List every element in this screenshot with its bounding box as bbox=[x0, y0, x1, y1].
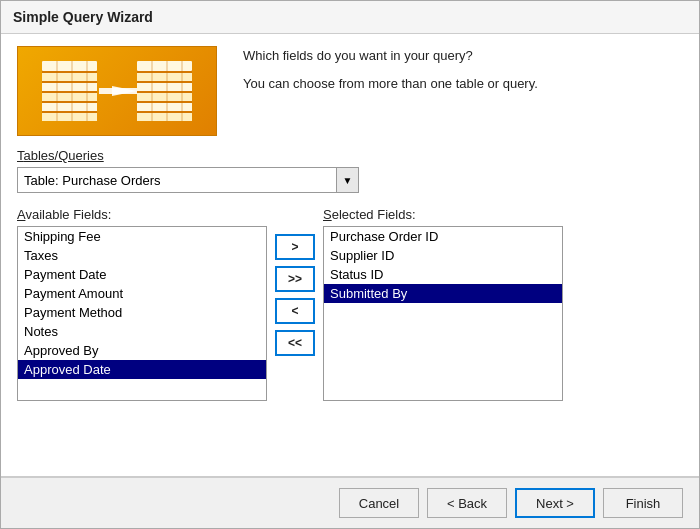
selected-fields-list[interactable]: Purchase Order IDSupplier IDStatus IDSub… bbox=[323, 226, 563, 401]
svg-rect-11 bbox=[99, 88, 137, 94]
wizard-body: Which fields do you want in your query? … bbox=[1, 34, 699, 148]
svg-rect-6 bbox=[42, 113, 97, 121]
banner-image bbox=[17, 46, 217, 136]
finish-button[interactable]: Finish bbox=[603, 488, 683, 518]
tables-queries-label: Tables/Queries bbox=[17, 148, 104, 163]
right-panel: Which fields do you want in your query? … bbox=[243, 46, 683, 136]
svg-rect-18 bbox=[137, 113, 192, 121]
available-fields-label: Available Fields: bbox=[17, 207, 267, 222]
cancel-button[interactable]: Cancel bbox=[339, 488, 419, 518]
wizard-container: Simple Query Wizard bbox=[0, 0, 700, 529]
description-line2: You can choose from more than one table … bbox=[243, 74, 683, 94]
remove-all-button[interactable]: << bbox=[275, 330, 315, 356]
wizard-title: Simple Query Wizard bbox=[13, 9, 153, 25]
svg-rect-4 bbox=[42, 93, 97, 101]
back-button[interactable]: < Back bbox=[427, 488, 507, 518]
available-list-item[interactable]: Payment Date bbox=[18, 265, 266, 284]
selected-list-item[interactable]: Purchase Order ID bbox=[324, 227, 562, 246]
selected-list-item[interactable]: Status ID bbox=[324, 265, 562, 284]
move-one-button[interactable]: > bbox=[275, 234, 315, 260]
available-list-item[interactable]: Payment Method bbox=[18, 303, 266, 322]
move-buttons-col: > >> < << bbox=[267, 207, 323, 382]
table-select[interactable]: Table: Purchase Orders bbox=[17, 167, 337, 193]
left-panel bbox=[17, 46, 227, 136]
dropdown-arrow-icon[interactable]: ▼ bbox=[337, 167, 359, 193]
description: Which fields do you want in your query? … bbox=[243, 46, 683, 93]
available-list-item[interactable]: Payment Amount bbox=[18, 284, 266, 303]
svg-rect-5 bbox=[42, 103, 97, 111]
selected-fields-label: Selected Fields: bbox=[323, 207, 563, 222]
selected-list-item[interactable]: Submitted By bbox=[324, 284, 562, 303]
available-list-item[interactable]: Taxes bbox=[18, 246, 266, 265]
move-all-button[interactable]: >> bbox=[275, 266, 315, 292]
svg-rect-16 bbox=[137, 93, 192, 101]
main-content: Tables/Queries Table: Purchase Orders ▼ … bbox=[1, 148, 699, 401]
svg-rect-1 bbox=[42, 61, 97, 71]
remove-one-button[interactable]: < bbox=[275, 298, 315, 324]
svg-rect-13 bbox=[137, 61, 192, 71]
description-line1: Which fields do you want in your query? bbox=[243, 46, 683, 66]
selected-list-item[interactable]: Supplier ID bbox=[324, 246, 562, 265]
svg-rect-17 bbox=[137, 103, 192, 111]
fields-row: Available Fields: Shipping FeeTaxesPayme… bbox=[17, 207, 683, 401]
available-fields-col: Available Fields: Shipping FeeTaxesPayme… bbox=[17, 207, 267, 401]
svg-rect-2 bbox=[42, 73, 97, 81]
available-fields-list[interactable]: Shipping FeeTaxesPayment DatePayment Amo… bbox=[17, 226, 267, 401]
available-list-item[interactable]: Approved Date bbox=[18, 360, 266, 379]
svg-rect-15 bbox=[137, 83, 192, 91]
next-button[interactable]: Next > bbox=[515, 488, 595, 518]
available-list-item[interactable]: Notes bbox=[18, 322, 266, 341]
svg-rect-14 bbox=[137, 73, 192, 81]
dropdown-row: Table: Purchase Orders ▼ bbox=[17, 167, 683, 193]
available-list-item[interactable]: Approved By bbox=[18, 341, 266, 360]
title-bar: Simple Query Wizard bbox=[1, 1, 699, 34]
available-list-item[interactable]: Shipping Fee bbox=[18, 227, 266, 246]
selected-fields-col: Selected Fields: Purchase Order IDSuppli… bbox=[323, 207, 563, 401]
footer: Cancel < Back Next > Finish bbox=[1, 477, 699, 528]
svg-rect-3 bbox=[42, 83, 97, 91]
